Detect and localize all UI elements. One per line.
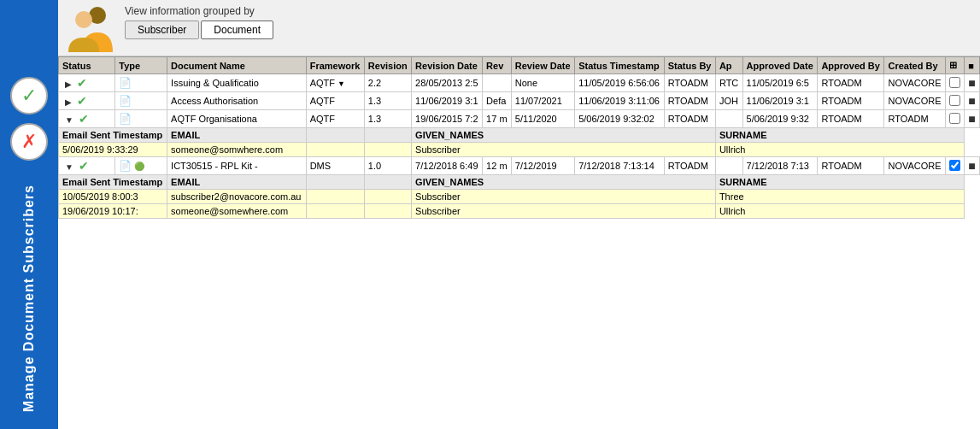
- expand-button[interactable]: ▶: [62, 79, 74, 90]
- created-by-cell: RTOADM: [884, 110, 946, 128]
- row-checkbox[interactable]: [949, 160, 960, 171]
- expand-button[interactable]: ▼: [62, 162, 76, 173]
- col-revision-date: Revision Date: [412, 57, 483, 74]
- square-btn[interactable]: ■: [968, 159, 975, 173]
- square-btn[interactable]: ■: [968, 112, 975, 126]
- square-cell[interactable]: ■: [965, 74, 980, 92]
- table-area[interactable]: Status Type Document Name Framework Revi…: [58, 56, 980, 429]
- data-table: Status Type Document Name Framework Revi…: [58, 56, 980, 219]
- document-button[interactable]: Document: [201, 21, 273, 39]
- grid-icon[interactable]: ⊞: [949, 60, 957, 70]
- revision-cell: 2.2: [364, 74, 411, 92]
- square-cell[interactable]: ■: [965, 157, 980, 175]
- avatar: [65, 5, 116, 52]
- col-created-by: Created By: [884, 57, 946, 74]
- sub-col6: SURNAME: [715, 175, 964, 190]
- expand-button[interactable]: ▶: [62, 97, 74, 108]
- col-status-timestamp: Status Timestamp: [575, 57, 665, 74]
- expand-cell[interactable]: ▶ ✔: [59, 92, 115, 110]
- rev-cell: [483, 74, 512, 92]
- sub-data-row: 10/05/2019 8:00:3 subscriber2@novacore.c…: [59, 190, 980, 204]
- sub-col2: EMAIL: [167, 128, 307, 143]
- approved-by-cell: RTOADM: [818, 74, 884, 92]
- framework-cell: AQTF: [306, 110, 364, 128]
- doc-icon: 📄: [119, 77, 132, 89]
- revision-date-cell: 7/12/2018 6:49: [412, 157, 483, 175]
- ap-cell: [715, 157, 742, 175]
- status-check: ✔: [77, 76, 87, 90]
- row-checkbox[interactable]: [949, 77, 960, 88]
- revision-date-cell: 11/06/2019 3:1: [412, 92, 483, 110]
- sub-data-col2: subscriber2@novacore.com.au: [167, 190, 307, 204]
- status-timestamp-cell: 5/06/2019 9:32:02: [575, 110, 665, 128]
- header-area: View information grouped by Subscriber D…: [58, 0, 980, 56]
- sidebar: ✓ ✗ Manage Document Subscribers: [0, 0, 58, 429]
- sub-data-col1: 19/06/2019 10:17:: [59, 204, 167, 219]
- sub-data-col6: Ullrich: [715, 143, 964, 157]
- sub-data-col6: Ullrich: [715, 204, 964, 219]
- review-date-cell: 11/07/2021: [511, 92, 574, 110]
- expand-cell[interactable]: ▼ ✔: [59, 110, 115, 128]
- sub-data-col3: [306, 143, 364, 157]
- approved-by-cell: RTOADM: [818, 92, 884, 110]
- sidebar-icons: ✓ ✗: [10, 77, 48, 161]
- row-checkbox[interactable]: [949, 113, 960, 124]
- col-status: Status: [59, 57, 115, 74]
- checkbox-cell[interactable]: [946, 157, 965, 175]
- square-btn[interactable]: ■: [968, 76, 975, 90]
- sub-col4: [364, 175, 411, 190]
- sub-data-col3: [306, 204, 364, 219]
- framework-cell: DMS: [306, 157, 364, 175]
- sub-data-row: 19/06/2019 10:17: someone@somewhere.com …: [59, 204, 980, 219]
- check-button[interactable]: ✓: [10, 77, 48, 115]
- sub-data-col4: [364, 204, 411, 219]
- expand-cell[interactable]: ▶ ✔: [59, 74, 115, 92]
- sub-data-col3: [306, 190, 364, 204]
- status-check: ✔: [77, 94, 87, 108]
- rev-cell: 17 m: [483, 110, 512, 128]
- expand-cell[interactable]: ▼ ✔: [59, 157, 115, 175]
- review-date-cell: None: [511, 74, 574, 92]
- dms-icon: 🟢: [134, 162, 144, 171]
- approved-date-cell: 11/06/2019 3:1: [742, 92, 818, 110]
- col-approved-by: Approved By: [818, 57, 884, 74]
- status-timestamp-cell: 11/05/2019 6:56:06: [575, 74, 665, 92]
- sub-data-col5: Subscriber: [412, 190, 716, 204]
- ap-cell: JOH: [715, 92, 742, 110]
- revision-date-cell: 28/05/2013 2:5: [412, 74, 483, 92]
- status-timestamp-cell: 11/06/2019 3:11:06: [575, 92, 665, 110]
- square-cell[interactable]: ■: [965, 110, 980, 128]
- col-review-date: Review Date: [511, 57, 574, 74]
- col-ap: Ap: [715, 57, 742, 74]
- sub-col5: GIVEN_NAMES: [412, 175, 716, 190]
- main-content: View information grouped by Subscriber D…: [58, 0, 980, 429]
- sub-header-row: Email Sent Timestamp EMAIL GIVEN_NAMES S…: [59, 128, 980, 143]
- col-document-name: Document Name: [167, 57, 307, 74]
- sub-data-row: 5/06/2019 9:33:29 someone@somwhere.com S…: [59, 143, 980, 157]
- sub-data-col6: Three: [715, 190, 964, 204]
- rev-cell: 12 m: [483, 157, 512, 175]
- created-by-cell: NOVACORE: [884, 92, 946, 110]
- checkbox-cell[interactable]: [946, 74, 965, 92]
- subscriber-button[interactable]: Subscriber: [125, 21, 199, 39]
- table-row: ▶ ✔ 📄 Access Authorisation AQTF 1.3 11/0…: [59, 92, 980, 110]
- col-approved-date: Approved Date: [742, 57, 818, 74]
- checkbox-cell[interactable]: [946, 92, 965, 110]
- square-cell[interactable]: ■: [965, 92, 980, 110]
- document-name-cell: AQTF Organisationa: [167, 110, 307, 128]
- sub-data-col2: someone@somewhere.com: [167, 204, 307, 219]
- approved-date-cell: 7/12/2018 7:13: [742, 157, 818, 175]
- review-date-cell: 5/11/2020: [511, 110, 574, 128]
- expand-button[interactable]: ▼: [62, 115, 76, 126]
- table-header-row: Status Type Document Name Framework Revi…: [59, 57, 980, 74]
- cross-button[interactable]: ✗: [10, 123, 48, 161]
- rev-cell: Defa: [483, 92, 512, 110]
- group-by-area: View information grouped by Subscriber D…: [125, 5, 273, 39]
- revision-cell: 1.3: [364, 110, 411, 128]
- row-checkbox[interactable]: [949, 95, 960, 106]
- square-icon[interactable]: ■: [968, 61, 974, 71]
- doc-icon: 📄: [119, 160, 132, 172]
- square-btn[interactable]: ■: [968, 94, 975, 108]
- checkbox-cell[interactable]: [946, 110, 965, 128]
- revision-date-cell: 19/06/2015 7:2: [412, 110, 483, 128]
